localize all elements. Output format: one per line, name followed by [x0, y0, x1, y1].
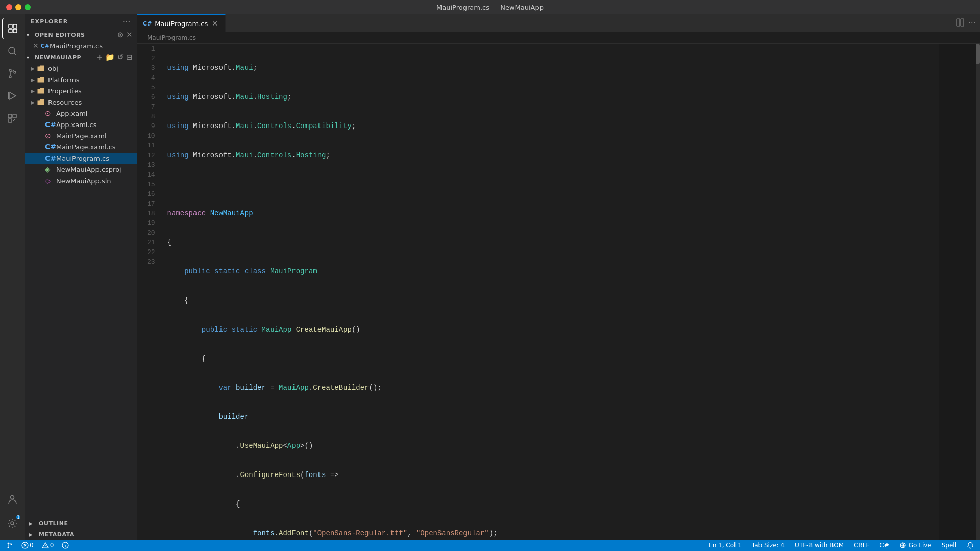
open-editors-header[interactable]: ▾ OPEN EDITORS ⊙ ✕	[24, 29, 137, 40]
bottom-panels: ▶ OUTLINE ▶ METADATA	[24, 518, 137, 540]
csproj-label: NewMauiApp.csproj	[56, 166, 121, 173]
sidebar: EXPLORER ··· ▾ OPEN EDITORS ⊙ ✕ ✕ C# Mau…	[24, 14, 137, 540]
tree-item-csproj[interactable]: ◈ NewMauiApp.csproj	[24, 164, 137, 175]
language-item[interactable]: C#	[877, 540, 891, 551]
tree-item-platforms[interactable]: ▶ Platforms	[24, 74, 137, 85]
metadata-header[interactable]: ▶ METADATA	[24, 529, 137, 540]
mauiprogram-cs-icon: C#	[45, 154, 54, 162]
maximize-button[interactable]	[24, 4, 31, 10]
activity-source-control-icon[interactable]	[2, 63, 22, 84]
ln-15: 15	[147, 180, 155, 189]
properties-label: Properties	[48, 87, 82, 95]
live-share-item[interactable]: Go Live	[897, 540, 934, 551]
ln-4: 4	[147, 73, 155, 83]
split-editor-icon[interactable]	[956, 18, 964, 29]
more-tabs-icon[interactable]: ···	[968, 18, 976, 28]
tab-size-item[interactable]: Tab Size: 4	[750, 540, 787, 551]
tree-item-resources[interactable]: ▶ Resources	[24, 96, 137, 108]
tree-item-properties[interactable]: ▶ Properties	[24, 85, 137, 96]
activity-explorer-icon[interactable]	[2, 18, 22, 39]
code-line-4: using Microsoft.Maui.Controls.Hosting;	[167, 151, 939, 160]
explorer-label: EXPLORER	[31, 18, 68, 25]
encoding-item[interactable]: UTF-8 with BOM	[793, 540, 846, 551]
git-branch-item[interactable]	[4, 540, 15, 551]
minimize-button[interactable]	[15, 4, 21, 10]
encoding-text: UTF-8 with BOM	[795, 542, 844, 549]
activity-extensions-icon[interactable]	[2, 108, 22, 129]
app-xaml-cs-icon: C#	[45, 120, 54, 129]
notification-item[interactable]	[965, 540, 976, 551]
tree-item-app-xaml[interactable]: ⊙ App.xaml	[24, 108, 137, 119]
scrollbar-track[interactable]	[976, 44, 980, 540]
error-count-item[interactable]: 0	[19, 540, 36, 551]
ln-23: 23	[147, 257, 155, 267]
svg-point-20	[11, 544, 12, 545]
position-text: Ln 1, Col 1	[709, 542, 742, 549]
code-line-17: fonts.AddFont("OpenSans-Regular.ttf", "O…	[167, 529, 939, 538]
activity-search-icon[interactable]	[2, 41, 22, 61]
explorer-more-icon[interactable]: ···	[122, 18, 131, 25]
tree-item-obj[interactable]: ▶ obj	[24, 63, 137, 74]
project-header[interactable]: ▾ NEWMAUIAPP + 📁 ↺ ⊟	[24, 52, 137, 63]
tree-item-mainpage-xaml[interactable]: ⊙ MainPage.xaml	[24, 130, 137, 141]
code-editor[interactable]: 1 2 3 4 5 6 7 8 9 10 11 12 13 14 15 16 1…	[137, 44, 980, 540]
platforms-chevron: ▶	[29, 77, 37, 83]
line-ending-item[interactable]: CRLF	[852, 540, 871, 551]
ln-22: 22	[147, 247, 155, 257]
scrollbar-thumb[interactable]	[976, 44, 980, 64]
code-line-1: using Microsoft.Maui;	[167, 63, 939, 73]
svg-rect-1	[13, 24, 17, 28]
tab-close-button[interactable]: ✕	[211, 19, 219, 28]
error-count-text: 0	[30, 542, 34, 549]
tab-mauiprogram[interactable]: C# MauiProgram.cs ✕	[137, 14, 226, 32]
bell-icon	[967, 542, 974, 549]
close-all-icon[interactable]: ✕	[126, 30, 133, 39]
collapse-icon[interactable]: ⊟	[126, 53, 133, 62]
live-share-icon	[899, 542, 906, 549]
tab-cs-icon: C#	[143, 20, 152, 27]
warning-count-text: 0	[50, 542, 54, 549]
activity-accounts-icon[interactable]	[2, 489, 22, 509]
close-editor-icon[interactable]: ✕	[33, 42, 39, 50]
open-editor-mauiprogram[interactable]: ✕ C# MauiProgram.cs	[24, 40, 137, 52]
tab-size-text: Tab Size: 4	[752, 542, 785, 549]
position-item[interactable]: Ln 1, Col 1	[707, 540, 744, 551]
breadcrumb-text: MauiProgram.cs	[147, 34, 196, 41]
tree-item-sln[interactable]: ◇ NewMauiApp.sln	[24, 175, 137, 186]
line-numbers: 1 2 3 4 5 6 7 8 9 10 11 12 13 14 15 16 1…	[137, 44, 163, 540]
tree-item-app-xaml-cs[interactable]: C# App.xaml.cs	[24, 119, 137, 130]
tree-item-mainpage-xaml-cs[interactable]: C# MainPage.xaml.cs	[24, 141, 137, 153]
code-line-15: .ConfigureFonts(fonts =>	[167, 470, 939, 480]
traffic-lights	[6, 4, 31, 10]
spell-item[interactable]: Spell	[940, 540, 959, 551]
activity-settings-icon[interactable]: 1	[2, 513, 22, 534]
info-item[interactable]	[60, 540, 71, 551]
code-line-3: using Microsoft.Maui.Controls.Compatibil…	[167, 121, 939, 131]
info-icon	[62, 542, 69, 549]
ln-13: 13	[147, 160, 155, 170]
refresh-icon[interactable]: ↺	[117, 53, 124, 62]
tree-item-mauiprogram[interactable]: C# MauiProgram.cs	[24, 153, 137, 164]
obj-folder-icon	[37, 64, 46, 72]
close-button[interactable]	[6, 4, 12, 10]
svg-rect-13	[8, 119, 12, 122]
save-all-icon[interactable]: ⊙	[117, 30, 124, 39]
code-content[interactable]: using Microsoft.Maui; using Microsoft.Ma…	[163, 44, 939, 540]
outline-header[interactable]: ▶ OUTLINE	[24, 518, 137, 529]
minimap	[939, 44, 980, 540]
ln-11: 11	[147, 141, 155, 151]
open-editor-label: MauiProgram.cs	[50, 42, 103, 50]
svg-point-14	[11, 496, 14, 499]
activity-run-icon[interactable]	[2, 86, 22, 106]
warning-count-item[interactable]: 0	[40, 540, 56, 551]
code-line-2: using Microsoft.Maui.Hosting;	[167, 92, 939, 102]
svg-point-7	[9, 76, 11, 78]
new-folder-icon[interactable]: 📁	[105, 53, 115, 62]
code-line-7: {	[167, 238, 939, 247]
code-line-9: {	[167, 296, 939, 306]
svg-point-6	[9, 69, 11, 71]
new-file-icon[interactable]: +	[96, 53, 103, 62]
properties-folder-icon	[37, 87, 46, 95]
svg-rect-11	[8, 114, 12, 118]
svg-point-8	[14, 71, 16, 73]
